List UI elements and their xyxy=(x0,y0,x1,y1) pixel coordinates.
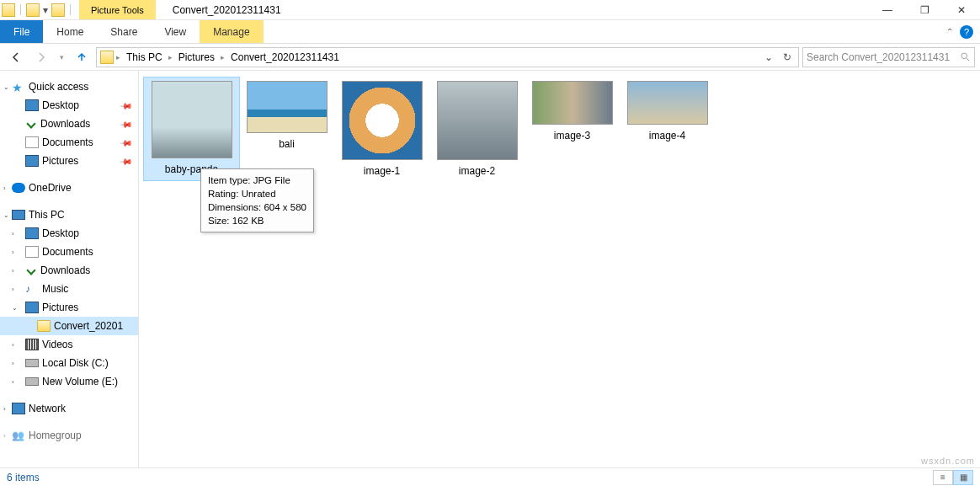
quick-access-toolbar: ▾ xyxy=(0,0,74,19)
tooltip-line: Rating: Unrated xyxy=(208,187,306,200)
desktop-icon xyxy=(25,99,39,111)
tree-item[interactable]: ›Videos xyxy=(0,335,138,354)
tooltip-line: Dimensions: 604 x 580 xyxy=(208,200,306,214)
file-name: image-3 xyxy=(554,130,590,142)
search-input[interactable]: Search Convert_202012311431 xyxy=(802,47,975,67)
properties-icon[interactable] xyxy=(26,3,40,17)
tooltip-line: Size: 162 KB xyxy=(208,214,306,227)
chevron-right-icon[interactable]: ▸ xyxy=(115,53,121,61)
file-name: bali xyxy=(279,138,295,150)
tree-item[interactable]: ⌄Pictures xyxy=(0,298,138,317)
window-title: Convert_202012311431 xyxy=(173,4,869,16)
navigation-bar: ▾ ▸ This PC ▸ Pictures ▸ Convert_2020123… xyxy=(0,44,980,71)
thumbnail-image xyxy=(437,81,518,160)
videos-icon xyxy=(25,339,39,350)
documents-icon xyxy=(25,136,39,148)
tree-network[interactable]: ›Network xyxy=(0,399,138,418)
documents-icon xyxy=(25,246,39,258)
close-button[interactable]: ✕ xyxy=(943,0,980,19)
details-view-button[interactable]: ≡ xyxy=(933,470,953,485)
qat-dropdown-icon[interactable]: ▾ xyxy=(41,3,50,17)
ribbon-tab-view[interactable]: View xyxy=(151,20,200,43)
ribbon-tab-manage[interactable]: Manage xyxy=(200,20,263,43)
ribbon-tab-home[interactable]: Home xyxy=(43,20,97,43)
onedrive-icon xyxy=(12,183,25,193)
ribbon-file-tab[interactable]: File xyxy=(0,20,43,43)
tooltip-line: Item type: JPG File xyxy=(208,174,306,187)
tooltip: Item type: JPG File Rating: Unrated Dime… xyxy=(200,168,314,232)
tree-item[interactable]: Downloads📌 xyxy=(0,115,138,133)
thumbnail-image xyxy=(342,81,423,160)
up-button[interactable] xyxy=(71,47,93,67)
breadcrumb-item[interactable]: Pictures xyxy=(173,48,220,67)
tree-quick-access[interactable]: ⌄★Quick access xyxy=(0,77,138,96)
drive-icon xyxy=(25,359,39,367)
chevron-right-icon[interactable]: ▸ xyxy=(168,53,173,61)
tree-item[interactable]: Pictures📌 xyxy=(0,152,138,170)
breadcrumb-item[interactable]: Convert_202012311431 xyxy=(226,48,344,67)
open-folder-icon[interactable] xyxy=(51,3,65,17)
file-thumbnail[interactable]: image-4 xyxy=(620,77,715,180)
file-thumbnail[interactable]: image-3 xyxy=(525,77,620,180)
tree-homegroup[interactable]: ›👥Homegroup xyxy=(0,426,138,445)
tree-item[interactable]: Desktop📌 xyxy=(0,96,138,115)
forward-button[interactable] xyxy=(30,47,52,67)
tree-item[interactable]: ›♪Music xyxy=(0,280,138,298)
ribbon-tab-share[interactable]: Share xyxy=(97,20,151,43)
pc-icon xyxy=(12,210,25,220)
tree-item[interactable]: ›Documents xyxy=(0,243,138,261)
tree-item[interactable]: Documents📌 xyxy=(0,133,138,152)
network-icon xyxy=(12,403,25,414)
refresh-icon[interactable]: ↻ xyxy=(778,48,796,67)
pin-icon: 📌 xyxy=(120,136,133,149)
watermark: wsxdn.com xyxy=(921,456,975,466)
breadcrumb-item[interactable]: This PC xyxy=(121,48,168,67)
back-button[interactable] xyxy=(5,47,27,67)
tree-this-pc[interactable]: ⌄This PC xyxy=(0,206,138,224)
file-thumbnail[interactable]: baby-panda xyxy=(144,77,239,180)
pictures-icon xyxy=(25,302,39,313)
chevron-right-icon[interactable]: ▸ xyxy=(220,53,226,61)
svg-point-0 xyxy=(961,53,967,59)
status-bar: 6 items ≡ ▦ xyxy=(0,467,980,486)
thumbnail-image xyxy=(532,81,613,125)
music-icon: ♪ xyxy=(25,283,39,295)
item-count: 6 items xyxy=(7,472,40,483)
context-tools-label: Picture Tools xyxy=(79,0,156,19)
recent-dropdown-icon[interactable]: ▾ xyxy=(56,47,67,67)
search-icon xyxy=(960,51,971,62)
search-placeholder: Search Convert_202012311431 xyxy=(807,51,960,63)
tree-onedrive[interactable]: ›OneDrive xyxy=(0,179,138,197)
minimize-button[interactable]: — xyxy=(869,0,906,19)
folder-icon[interactable] xyxy=(2,3,15,17)
folder-icon xyxy=(37,320,51,332)
drive-icon xyxy=(25,377,39,386)
tree-item-selected[interactable]: Convert_20201 xyxy=(0,317,138,335)
address-dropdown-icon[interactable]: ⌄ xyxy=(759,48,778,67)
homegroup-icon: 👥 xyxy=(12,430,25,441)
desktop-icon xyxy=(25,227,39,239)
view-switcher: ≡ ▦ xyxy=(933,470,973,485)
thumbnail-image xyxy=(627,81,708,125)
file-thumbnail[interactable]: bali xyxy=(239,77,334,180)
file-thumbnail[interactable]: image-2 xyxy=(429,77,525,180)
file-thumbnail[interactable]: image-1 xyxy=(334,77,429,180)
ribbon: File Home Share View Manage ⌃ ? xyxy=(0,20,980,44)
thumbnail-image xyxy=(247,81,328,133)
downloads-icon xyxy=(25,264,37,276)
tree-item[interactable]: ›Desktop xyxy=(0,224,138,243)
tree-item[interactable]: ›Downloads xyxy=(0,261,138,280)
thumbnails-view-button[interactable]: ▦ xyxy=(953,470,973,485)
breadcrumb[interactable]: ▸ This PC ▸ Pictures ▸ Convert_202012311… xyxy=(96,47,799,67)
maximize-button[interactable]: ❐ xyxy=(906,0,943,19)
file-name: image-1 xyxy=(364,165,400,177)
content-pane[interactable]: baby-pandabaliimage-1image-2image-3image… xyxy=(139,71,980,467)
file-name: image-4 xyxy=(649,130,685,142)
tree-item[interactable]: ›New Volume (E:) xyxy=(0,372,138,391)
tree-item[interactable]: ›Local Disk (C:) xyxy=(0,354,138,372)
pin-icon: 📌 xyxy=(120,154,133,168)
help-icon[interactable]: ? xyxy=(960,25,973,39)
ribbon-collapse-icon[interactable]: ⌃ xyxy=(946,27,953,36)
pin-icon: 📌 xyxy=(120,117,133,131)
file-name: image-2 xyxy=(459,165,495,177)
